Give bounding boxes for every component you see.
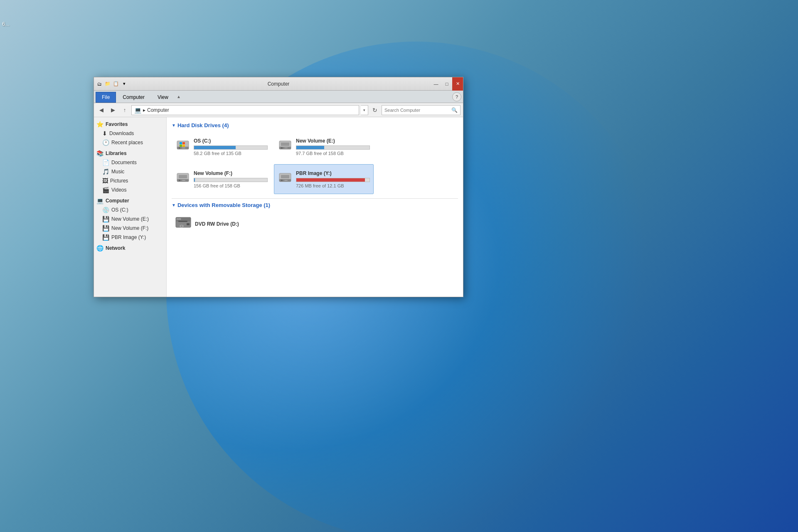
hard-disk-arrow: ▼ [172, 123, 176, 128]
computer-sidebar-icon: 💻 [96, 197, 103, 204]
tab-view[interactable]: View [151, 92, 175, 103]
forward-button[interactable]: ▶ [108, 105, 118, 115]
drive-c-size: 58.2 GB free of 135 GB [194, 151, 268, 156]
svg-text:DVD: DVD [177, 218, 181, 220]
sidebar-item-e-drive[interactable]: 💾 New Volume (E:) [94, 214, 166, 224]
removable-section-header[interactable]: ▼ Devices with Removable Storage (1) [172, 202, 458, 208]
close-button[interactable]: ✕ [452, 77, 463, 91]
sidebar-item-recent-places[interactable]: 🕐 Recent places [94, 138, 166, 147]
path-label: Computer [147, 107, 169, 113]
drive-y-info: PBR Image (Y:) 726 MB free of 12.1 GB [296, 170, 370, 188]
svg-rect-12 [281, 143, 289, 146]
help-button[interactable]: ? [452, 92, 461, 101]
c-drive-label: OS (C:) [111, 207, 128, 213]
drive-y-icon [278, 170, 293, 188]
network-icon: 🌐 [96, 245, 103, 251]
svg-rect-21 [284, 180, 288, 181]
sidebar-item-music[interactable]: 🎵 Music [94, 167, 166, 176]
sidebar-item-pictures[interactable]: 🖼 Pictures [94, 176, 166, 185]
computer-path-icon: 💻 [134, 107, 141, 113]
title-bar-icons: 🗂 📁 📋 ▾ [94, 80, 128, 88]
sidebar-item-computer[interactable]: 💻 Computer [94, 196, 166, 205]
back-button[interactable]: ◀ [96, 105, 106, 115]
search-box[interactable]: 🔍 [382, 105, 461, 115]
hard-disk-section-header[interactable]: ▼ Hard Disk Drives (4) [172, 122, 458, 128]
f-drive-icon: 💾 [102, 225, 109, 232]
ribbon-tabs: File Computer View ▲ ? [94, 91, 463, 103]
svg-rect-7 [182, 145, 185, 147]
favorites-label: Favorites [106, 121, 128, 127]
sidebar-item-videos[interactable]: 🎬 Videos [94, 185, 166, 195]
window-title: Computer [268, 81, 290, 87]
music-label: Music [111, 169, 124, 175]
svg-rect-16 [182, 180, 185, 181]
drive-f-bar [194, 178, 268, 182]
sidebar-item-c-drive[interactable]: 💿 OS (C:) [94, 205, 166, 214]
sidebar-item-favorites[interactable]: ⭐ Favorites [94, 120, 166, 129]
sidebar-item-libraries[interactable]: 📚 Libraries [94, 149, 166, 158]
svg-point-2 [179, 147, 180, 149]
drive-c-bar-fill [194, 146, 236, 149]
y-drive-icon: 💾 [102, 234, 109, 241]
svg-rect-4 [180, 142, 182, 144]
drive-y[interactable]: PBR Image (Y:) 726 MB free of 12.1 GB [274, 164, 374, 194]
tab-file[interactable]: File [96, 92, 116, 103]
sidebar-section-libraries: 📚 Libraries 📄 Documents 🎵 Music 🖼 Pictur… [94, 149, 166, 195]
sidebar-item-network[interactable]: 🌐 Network [94, 244, 166, 253]
sidebar-item-documents[interactable]: 📄 Documents [94, 158, 166, 167]
c-drive-icon: 💿 [102, 207, 109, 213]
address-path[interactable]: 💻 ▸ Computer [131, 105, 359, 115]
svg-point-15 [179, 180, 180, 181]
minimize-button[interactable]: — [431, 77, 441, 91]
drive-c-bar [194, 145, 268, 150]
videos-label: Videos [111, 187, 126, 193]
libraries-label: Libraries [106, 150, 127, 156]
recent-places-icon: 🕐 [102, 139, 109, 146]
address-dropdown[interactable]: ▾ [361, 105, 368, 115]
drive-f[interactable]: New Volume (F:) 156 GB free of 158 GB [172, 164, 271, 194]
drive-c-name: OS (C:) [194, 138, 268, 144]
e-drive-icon: 💾 [102, 216, 109, 222]
sidebar-item-downloads[interactable]: ⬇ Downloads [94, 129, 166, 138]
drive-y-name: PBR Image (Y:) [296, 170, 370, 176]
search-icon[interactable]: 🔍 [451, 107, 458, 113]
drive-f-bar-fill [194, 178, 195, 182]
refresh-button[interactable]: ↻ [370, 105, 380, 115]
content-area: ▼ Hard Disk Drives (4) [167, 117, 463, 297]
sidebar-section-network: 🌐 Network [94, 244, 166, 253]
drive-y-bar-fill [296, 178, 365, 182]
search-input[interactable] [384, 108, 450, 113]
ribbon-expand-icon[interactable]: ▲ [175, 92, 182, 101]
drive-e[interactable]: New Volume (E:) 97.7 GB free of 158 GB [274, 132, 374, 162]
recent-places-label: Recent places [111, 140, 143, 145]
svg-rect-22 [281, 175, 289, 178]
address-bar: ◀ ▶ ↑ 💻 ▸ Computer ▾ ↻ 🔍 [94, 103, 463, 117]
drive-e-bar [296, 145, 370, 150]
svg-point-29 [181, 226, 182, 227]
tab-computer[interactable]: Computer [116, 92, 151, 103]
svg-rect-6 [180, 145, 182, 147]
drive-y-bar [296, 178, 370, 182]
dvd-icon: DVD [175, 215, 192, 233]
svg-rect-3 [182, 148, 185, 148]
e-drive-label: New Volume (E:) [111, 216, 149, 222]
svg-rect-5 [182, 142, 185, 144]
sidebar-section-computer: 💻 Computer 💿 OS (C:) 💾 New Volume (E:) 💾… [94, 196, 166, 242]
drive-e-bar-fill [296, 146, 324, 149]
dvd-drive[interactable]: DVD DVD RW Drive (D:) [172, 212, 271, 236]
explorer-window: 🗂 📁 📋 ▾ Computer — □ ✕ File Computer Vie… [94, 77, 463, 297]
svg-point-20 [281, 180, 283, 181]
sidebar-item-f-drive[interactable]: 💾 New Volume (F:) [94, 224, 166, 233]
svg-rect-17 [179, 175, 187, 178]
pictures-icon: 🖼 [102, 177, 108, 184]
up-button[interactable]: ↑ [120, 105, 130, 115]
restore-button[interactable]: □ [441, 77, 452, 91]
svg-point-10 [281, 147, 283, 149]
libraries-icon: 📚 [96, 150, 103, 157]
sidebar-item-y-drive[interactable]: 💾 PBR Image (Y:) [94, 233, 166, 242]
drive-c[interactable]: OS (C:) 58.2 GB free of 135 GB [172, 132, 271, 162]
drive-f-name: New Volume (F:) [194, 170, 268, 176]
drive-f-icon [175, 170, 190, 188]
svg-rect-11 [284, 148, 288, 148]
drive-e-size: 97.7 GB free of 158 GB [296, 151, 370, 156]
